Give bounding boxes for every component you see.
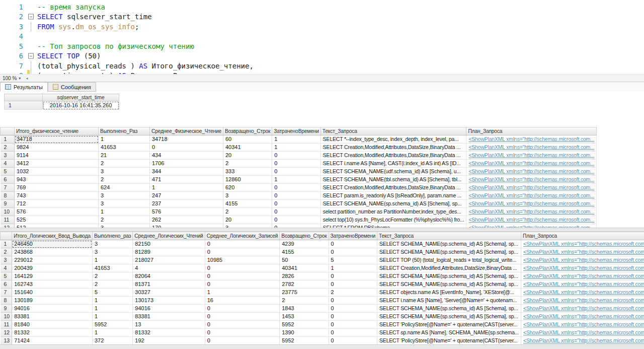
plan-link-cell[interactable]: <ShowPlanXML xmlns="http://schemas.micro…: [521, 248, 644, 256]
value-cell[interactable]: 162743: [12, 281, 93, 289]
value-cell[interactable]: 333: [223, 168, 272, 176]
value-cell[interactable]: 0: [329, 281, 377, 289]
query-text-cell[interactable]: select top(10) sys.fn_PhysLocFormatter (…: [320, 216, 466, 224]
plan-link-cell[interactable]: <ShowPlanXML xmlns="http://schemas.micro…: [466, 144, 597, 152]
showplan-link[interactable]: <ShowPlanXML xmlns="http://schemas.micro…: [523, 305, 644, 311]
query-text-cell[interactable]: SELECT SCHEMA_NAME(sp.schema_id) AS [Sch…: [377, 281, 521, 289]
value-cell[interactable]: 130189: [12, 297, 93, 305]
value-cell[interactable]: 0: [329, 321, 377, 329]
value-cell[interactable]: 247: [150, 192, 223, 200]
value-cell[interactable]: 0: [329, 297, 377, 305]
value-cell[interactable]: 0: [329, 272, 377, 281]
value-cell[interactable]: 0: [329, 248, 377, 256]
showplan-link[interactable]: <ShowPlanXML xmlns="http://schemas.micro…: [468, 208, 594, 215]
value-cell[interactable]: 34718: [15, 135, 99, 144]
showplan-link[interactable]: <ShowPlanXML xmlns="http://schemas.micro…: [468, 184, 594, 190]
value-cell[interactable]: 5952: [280, 321, 329, 329]
value-cell[interactable]: 2782: [280, 281, 329, 289]
showplan-link[interactable]: <ShowPlanXML xmlns="http://schemas.micro…: [468, 192, 594, 198]
value-cell[interactable]: 4239: [280, 240, 329, 248]
value-cell[interactable]: 2: [92, 281, 132, 289]
plan-link-cell[interactable]: <ShowPlanXML xmlns="http://schemas.micro…: [466, 168, 597, 176]
plan-link-cell[interactable]: <ShowPlanXML xmlns="http://schemas.micro…: [521, 329, 644, 337]
showplan-link[interactable]: <ShowPlanXML xmlns="http://schemas.micro…: [468, 160, 594, 166]
query-text-cell[interactable]: SELECT Creation,Modified,Attributes,Data…: [377, 264, 521, 272]
value-cell[interactable]: 229012: [12, 256, 93, 264]
row-number-cell[interactable]: 12: [1, 224, 15, 228]
row-number-cell[interactable]: 2: [1, 144, 15, 152]
query-text-cell[interactable]: SELECT i.name AS [Name], 'Server[@Name='…: [377, 297, 521, 305]
value-cell[interactable]: 9114: [15, 152, 99, 160]
query-text-cell[interactable]: SELECT * FROM DBSchema: [320, 224, 466, 228]
column-header[interactable]: Среднее_Логических_Чтений: [133, 232, 205, 240]
value-cell[interactable]: 50: [280, 256, 329, 264]
query-text-cell[interactable]: SELECT SCHEMA_NAME(udf.schema_id) AS [Sc…: [320, 168, 466, 176]
column-header[interactable]: Выполнено_Раз: [99, 127, 150, 135]
row-number-cell[interactable]: 1: [1, 135, 15, 144]
column-header[interactable]: Возвращено_Строк: [280, 232, 329, 240]
query-text-cell[interactable]: SELECT Creation,Modified,Attributes,Data…: [320, 152, 466, 160]
value-cell[interactable]: 2: [223, 160, 272, 168]
value-cell[interactable]: 262: [150, 216, 223, 224]
value-cell[interactable]: 0: [329, 313, 377, 321]
value-cell[interactable]: 1: [150, 184, 223, 192]
value-cell[interactable]: 16: [205, 297, 280, 305]
value-cell[interactable]: 218027: [133, 256, 205, 264]
row-number-cell[interactable]: 3: [1, 256, 12, 264]
plan-link-cell[interactable]: <ShowPlanXML xmlns="http://schemas.micro…: [521, 264, 644, 272]
grid-splitter[interactable]: [0, 228, 644, 232]
showplan-link[interactable]: <ShowPlanXML xmlns="http://schemas.micro…: [468, 136, 594, 142]
plan-link-cell[interactable]: <ShowPlanXML xmlns="http://schemas.micro…: [521, 289, 644, 297]
plan-link-cell[interactable]: <ShowPlanXML xmlns="http://schemas.micro…: [466, 216, 597, 224]
column-header[interactable]: ЗатраченоВремени: [329, 232, 377, 240]
value-cell[interactable]: 5: [92, 289, 132, 297]
value-cell[interactable]: 525: [15, 216, 99, 224]
value-cell[interactable]: 1: [329, 264, 377, 272]
column-header[interactable]: Выполнено_раз: [92, 232, 132, 240]
value-cell[interactable]: 743: [15, 192, 99, 200]
value-cell[interactable]: 5952: [92, 321, 132, 329]
value-cell[interactable]: 34718: [150, 135, 223, 144]
showplan-link[interactable]: <ShowPlanXML xmlns="http://schemas.micro…: [468, 217, 594, 223]
value-cell[interactable]: 10985: [205, 256, 280, 264]
value-cell[interactable]: 0: [205, 337, 280, 345]
value-cell[interactable]: 1: [92, 297, 132, 305]
value-cell[interactable]: 40341: [223, 144, 272, 152]
row-number-cell[interactable]: 5: [1, 272, 12, 281]
plan-link-cell[interactable]: <ShowPlanXML xmlns="http://schemas.micro…: [521, 313, 644, 321]
row-number-cell[interactable]: 1: [5, 101, 43, 110]
splitter-arrow-icon[interactable]: ◂: [26, 76, 28, 81]
value-cell[interactable]: 1: [272, 135, 321, 144]
value-cell[interactable]: 624: [99, 184, 150, 192]
row-number-cell[interactable]: 10: [1, 313, 12, 321]
row-number-cell[interactable]: 3: [1, 152, 15, 160]
row-number-cell[interactable]: 4: [1, 160, 15, 168]
showplan-link[interactable]: <ShowPlanXML xmlns="http://schemas.micro…: [523, 265, 644, 271]
showplan-link[interactable]: <ShowPlanXML xmlns="http://schemas.micro…: [523, 273, 644, 279]
value-cell[interactable]: 3: [92, 240, 132, 248]
row-number-cell[interactable]: 8: [1, 297, 12, 305]
query-text-cell[interactable]: select partition_number as PartitionNumb…: [320, 208, 466, 216]
plan-link-cell[interactable]: <ShowPlanXML xmlns="http://schemas.micro…: [466, 224, 597, 228]
value-cell[interactable]: 1: [92, 256, 132, 264]
showplan-link[interactable]: <ShowPlanXML xmlns="http://schemas.micro…: [523, 289, 644, 295]
query-text-cell[interactable]: SELECT Creation,Modified,Attributes,Data…: [320, 144, 466, 152]
value-cell[interactable]: 81840: [12, 321, 93, 329]
value-cell[interactable]: 30327: [133, 289, 205, 297]
row-number-cell[interactable]: 13: [1, 337, 12, 345]
value-cell[interactable]: 0: [272, 152, 321, 160]
column-header[interactable]: Текст_Запроса: [377, 232, 521, 240]
row-number-cell[interactable]: 9: [1, 200, 15, 208]
value-cell[interactable]: 0: [205, 281, 280, 289]
grid-corner-cell[interactable]: [1, 127, 15, 135]
plan-link-cell[interactable]: <ShowPlanXML xmlns="http://schemas.micro…: [466, 184, 597, 192]
tab-messages[interactable]: Сообщения: [48, 82, 96, 92]
showplan-link[interactable]: <ShowPlanXML xmlns="http://schemas.micro…: [523, 297, 644, 303]
query-text-cell[interactable]: SELECT objects.name AS [EventInfo_Name],…: [377, 289, 521, 297]
value-cell[interactable]: 0: [205, 329, 280, 337]
plan-link-cell[interactable]: <ShowPlanXML xmlns="http://schemas.micro…: [521, 256, 644, 264]
plan-link-cell[interactable]: <ShowPlanXML xmlns="http://schemas.micro…: [466, 160, 597, 168]
query-text-cell[interactable]: SELECT SCHEMA_NAME(tbl.schema_id) AS [Sc…: [320, 176, 466, 184]
value-cell[interactable]: 164129: [12, 272, 93, 281]
value-cell[interactable]: 60: [223, 135, 272, 144]
